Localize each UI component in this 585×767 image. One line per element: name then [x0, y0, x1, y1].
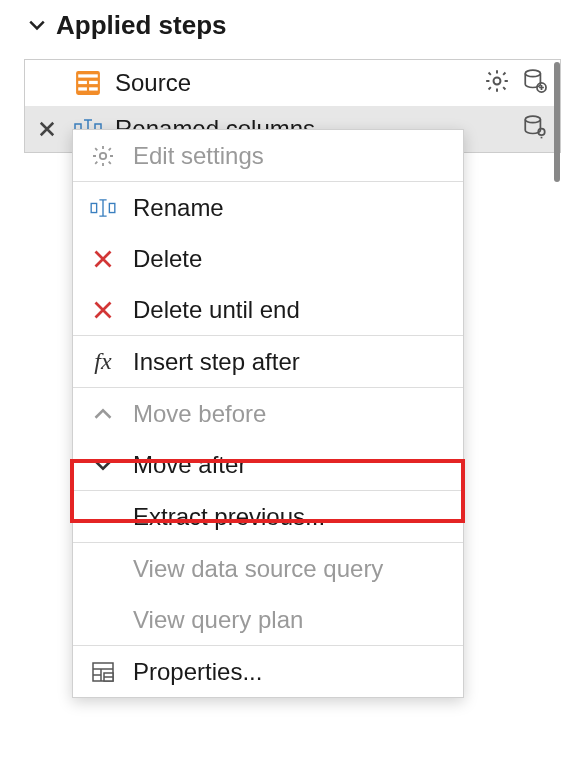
menu-label: Properties...	[133, 658, 262, 686]
chevron-down-icon	[89, 455, 117, 475]
svg-rect-14	[91, 203, 96, 212]
menu-label: View query plan	[133, 606, 303, 634]
step-row-source[interactable]: Source	[25, 60, 560, 106]
menu-label: Edit settings	[133, 142, 264, 170]
menu-label: Move after	[133, 451, 246, 479]
menu-label: Move before	[133, 400, 266, 428]
svg-point-7	[525, 70, 540, 77]
step-label: Source	[115, 69, 472, 97]
menu-view-query-plan: View query plan	[73, 594, 463, 645]
applied-steps-title: Applied steps	[56, 10, 226, 41]
menu-label: Insert step after	[133, 348, 300, 376]
chevron-up-icon	[89, 404, 117, 424]
table-icon	[73, 70, 103, 96]
svg-point-13	[100, 152, 106, 158]
menu-move-after[interactable]: Move after	[73, 439, 463, 490]
context-menu: Edit settings Rename Delete Delete until…	[72, 129, 464, 698]
close-icon	[89, 249, 117, 269]
menu-delete[interactable]: Delete	[73, 233, 463, 284]
svg-rect-2	[78, 81, 87, 84]
menu-label: Delete	[133, 245, 202, 273]
properties-icon	[89, 660, 117, 684]
svg-rect-1	[78, 74, 98, 77]
svg-point-6	[494, 78, 501, 85]
delete-step-icon[interactable]	[33, 119, 61, 139]
svg-rect-15	[109, 203, 114, 212]
applied-steps-header[interactable]: Applied steps	[0, 0, 585, 51]
menu-insert-step-after[interactable]: fx Insert step after	[73, 336, 463, 387]
menu-rename[interactable]: Rename	[73, 182, 463, 233]
menu-label: Delete until end	[133, 296, 300, 324]
scrollbar[interactable]	[554, 62, 560, 182]
database-add-icon[interactable]	[522, 68, 548, 98]
svg-rect-3	[89, 81, 98, 84]
svg-rect-4	[78, 87, 87, 90]
menu-edit-settings: Edit settings	[73, 130, 463, 181]
menu-label: Rename	[133, 194, 224, 222]
menu-move-before: Move before	[73, 388, 463, 439]
gear-icon[interactable]	[484, 68, 510, 98]
rename-icon	[89, 198, 117, 218]
menu-label: View data source query	[133, 555, 383, 583]
menu-view-data-source-query: View data source query	[73, 543, 463, 594]
menu-label: Extract previous...	[133, 503, 325, 531]
menu-delete-until-end[interactable]: Delete until end	[73, 284, 463, 335]
database-query-icon[interactable]	[522, 114, 548, 144]
menu-properties[interactable]: Properties...	[73, 646, 463, 697]
svg-rect-5	[89, 87, 98, 90]
svg-point-11	[525, 116, 540, 123]
close-icon	[89, 300, 117, 320]
menu-extract-previous[interactable]: Extract previous...	[73, 491, 463, 542]
chevron-down-icon	[28, 10, 46, 41]
fx-icon: fx	[89, 348, 117, 375]
gear-icon	[89, 144, 117, 168]
